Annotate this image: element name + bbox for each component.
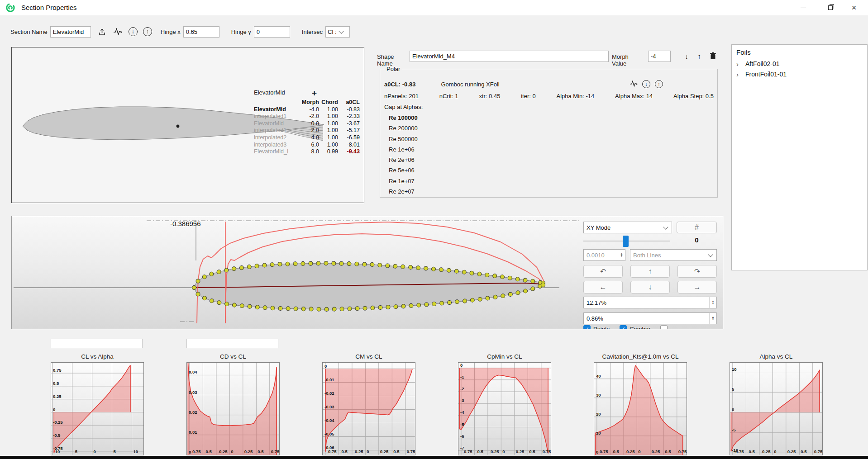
polar-down-button[interactable]: ↓ bbox=[642, 80, 650, 88]
morph-row-chord[interactable]: 1.00 bbox=[319, 106, 338, 114]
move-section-down-button[interactable]: ↓ bbox=[127, 26, 139, 38]
shape-up-icon[interactable]: ↑ bbox=[697, 52, 701, 61]
morph-row-name[interactable]: interpolated3 bbox=[254, 142, 297, 149]
polar-up-button[interactable]: ↑ bbox=[655, 80, 663, 88]
svg-text:0: 0 bbox=[53, 407, 55, 412]
morph-row-name[interactable]: ElevatorMid bbox=[254, 106, 297, 114]
morph-row-chord[interactable]: 1.00 bbox=[319, 142, 338, 149]
foil-tree-item[interactable]: › AftFoil02-01 bbox=[732, 59, 867, 69]
svg-text:-0.03: -0.03 bbox=[324, 404, 334, 409]
morph-row-chord[interactable]: 0.99 bbox=[319, 148, 338, 156]
chevron-right-icon[interactable]: › bbox=[736, 69, 745, 80]
hash-button[interactable]: # bbox=[677, 222, 717, 233]
morph-row-chord[interactable]: 1.00 bbox=[319, 127, 338, 134]
morph-row-morph[interactable]: 0.0 bbox=[297, 120, 319, 128]
step-spinbox[interactable]: 0.0010 ▲▼ bbox=[583, 249, 625, 261]
foil-name: AftFoil02-01 bbox=[745, 59, 779, 69]
morph-row-morph[interactable]: 8.0 bbox=[297, 148, 319, 156]
svg-text:0.75: 0.75 bbox=[678, 449, 687, 454]
add-morph-button[interactable]: + bbox=[312, 88, 317, 98]
chart-filter-input-2[interactable] bbox=[186, 339, 278, 348]
morph-row-chord[interactable]: 1.00 bbox=[319, 120, 338, 128]
editor-checkbox-points[interactable]: ✓ Points bbox=[583, 325, 610, 329]
foil-tree-item[interactable]: › FrontFoil01-01 bbox=[732, 69, 867, 80]
thickness-spinbox[interactable]: 12.17% ▲▼ bbox=[583, 297, 717, 308]
waveform-icon bbox=[113, 28, 122, 35]
move-down-button[interactable]: ↓ bbox=[630, 281, 670, 293]
morph-row-a0cl[interactable]: -5.17 bbox=[338, 127, 360, 134]
svg-text:-0.05: -0.05 bbox=[324, 431, 334, 436]
morph-row-a0cl[interactable]: -2.33 bbox=[338, 113, 360, 120]
lines-mode-dropdown[interactable]: Both Lines bbox=[630, 249, 717, 261]
hinge-y-input[interactable] bbox=[254, 26, 290, 38]
close-button[interactable]: × bbox=[844, 0, 864, 15]
reynolds-item[interactable]: Re 1e+07 bbox=[384, 176, 418, 186]
polar-run-button[interactable] bbox=[630, 80, 638, 88]
svg-text:10: 10 bbox=[596, 431, 601, 435]
reynolds-item[interactable]: Re 1e+06 bbox=[384, 144, 418, 155]
reynolds-item[interactable]: Re 500000 bbox=[384, 134, 418, 144]
morph-row-a0cl[interactable]: -6.59 bbox=[338, 134, 360, 142]
reynolds-item[interactable]: Re 2e+06 bbox=[384, 155, 418, 165]
redo-arrow-button[interactable]: ↷ bbox=[677, 265, 717, 278]
morph-row-a0cl[interactable]: -8.01 bbox=[338, 142, 360, 149]
reynolds-item[interactable]: Re 100000 bbox=[384, 113, 418, 123]
svg-text:0.02: 0.02 bbox=[189, 410, 197, 415]
morph-row-a0cl[interactable]: -3.67 bbox=[338, 120, 360, 128]
morph-row-chord[interactable]: 1.00 bbox=[319, 113, 338, 120]
morph-row-a0cl[interactable]: -0.83 bbox=[338, 106, 360, 114]
svg-text:40: 40 bbox=[596, 374, 601, 379]
reynolds-item[interactable]: Re 2e+07 bbox=[384, 186, 418, 197]
polar-chart: 0-0.01-0.02-0.03-0.04-0.05-0.06-0.75-0.5… bbox=[322, 362, 415, 455]
move-up-button[interactable]: ↑ bbox=[630, 265, 670, 278]
camber-spinbox[interactable]: 0.86% ▲▼ bbox=[583, 312, 717, 324]
morph-row-name[interactable]: interpolated1 bbox=[254, 113, 297, 120]
spin-arrows-icon[interactable]: ▲▼ bbox=[709, 297, 716, 308]
window-bottom-edge bbox=[0, 456, 868, 459]
point-slider-handle[interactable] bbox=[623, 236, 629, 247]
section-name-label: Section Name bbox=[10, 28, 48, 35]
chevron-down-icon bbox=[708, 252, 713, 257]
shape-down-icon[interactable]: ↓ bbox=[685, 52, 688, 61]
morph-row-morph[interactable]: -4.0 bbox=[297, 106, 319, 114]
thickness-value: 12.17% bbox=[587, 299, 606, 306]
editor-checkbox-camber[interactable]: ✓ Camber bbox=[620, 325, 650, 329]
morph-row-name[interactable]: ElevatorMid_I bbox=[254, 148, 297, 156]
svg-text:10: 10 bbox=[134, 449, 138, 454]
move-section-up-button[interactable]: ↑ bbox=[142, 26, 153, 38]
xy-mode-dropdown[interactable]: XY Mode bbox=[583, 222, 672, 233]
morph-row-name[interactable]: ElevatorMid bbox=[254, 120, 297, 128]
chevron-down-icon bbox=[339, 28, 343, 33]
spin-arrows-icon[interactable]: ▲▼ bbox=[618, 250, 625, 260]
undo-arrow-button[interactable]: ↶ bbox=[583, 265, 623, 278]
move-left-button[interactable]: ← bbox=[583, 281, 623, 293]
svg-text:0.01: 0.01 bbox=[189, 430, 197, 435]
spin-arrows-icon[interactable]: ▲▼ bbox=[709, 313, 716, 324]
delete-shape-button[interactable] bbox=[710, 52, 716, 62]
morph-row-morph[interactable]: 6.0 bbox=[297, 142, 319, 149]
shape-name-input[interactable] bbox=[410, 51, 609, 62]
run-analysis-button[interactable] bbox=[112, 26, 124, 38]
reynolds-item[interactable]: Re 200000 bbox=[384, 123, 418, 133]
morph-row-name[interactable]: interpolated1 bbox=[254, 127, 297, 134]
editor-checkbox-extra[interactable] bbox=[660, 325, 670, 329]
minimize-button[interactable] bbox=[793, 0, 814, 15]
morph-row-morph[interactable]: 2.0 bbox=[297, 127, 319, 134]
export-section-button[interactable] bbox=[96, 26, 108, 38]
chevron-right-icon[interactable]: › bbox=[736, 59, 745, 69]
intersect-dropdown[interactable]: Cl : bbox=[325, 26, 350, 38]
morph-row-morph[interactable]: 4.0 bbox=[297, 134, 319, 142]
chart-filter-input-1[interactable] bbox=[51, 339, 143, 348]
morph-row-morph[interactable]: -2.0 bbox=[297, 113, 319, 120]
morph-row-a0cl[interactable]: -9.43 bbox=[338, 148, 360, 156]
maximize-button[interactable] bbox=[820, 0, 841, 15]
maximize-icon bbox=[828, 5, 833, 10]
morph-row-name[interactable]: interpolated2 bbox=[254, 134, 297, 142]
section-name-input[interactable] bbox=[50, 26, 91, 38]
reynolds-item[interactable]: Re 5e+06 bbox=[384, 165, 418, 175]
svg-text:-5: -5 bbox=[74, 449, 78, 454]
morph-value-input[interactable] bbox=[648, 51, 671, 62]
morph-row-chord[interactable]: 1.00 bbox=[319, 134, 338, 142]
hinge-x-input[interactable] bbox=[183, 26, 219, 38]
move-right-button[interactable]: → bbox=[677, 281, 717, 293]
